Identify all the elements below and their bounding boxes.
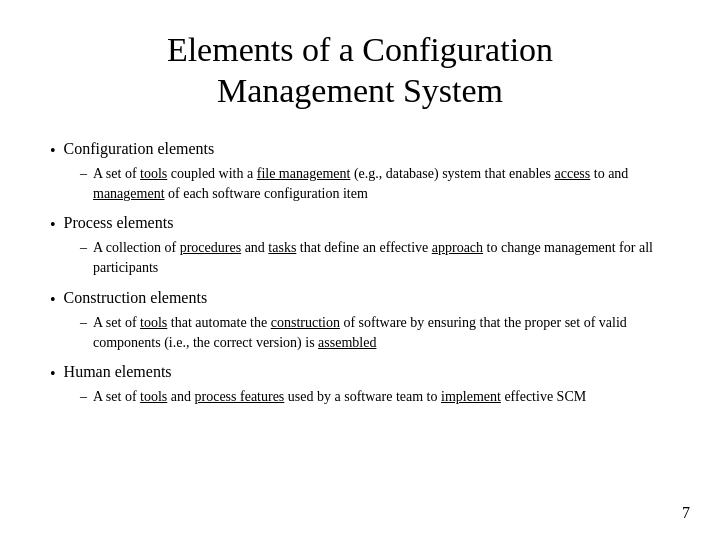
slide-container: Elements of a Configuration Management S… [0,0,720,540]
bullet-dot-1: • [50,142,56,160]
dash-4: – [80,387,87,407]
title-line2: Management System [217,72,503,109]
sub-text-1: A set of tools coupled with a file manag… [93,164,670,205]
sub-item-4: – A set of tools and process features us… [50,387,670,407]
slide-title: Elements of a Configuration Management S… [50,30,670,112]
dash-1: – [80,164,87,184]
bullet-label-2: Process elements [64,214,174,232]
bullet-header-1: • Configuration elements [50,140,670,160]
title-line1: Elements of a Configuration [167,31,553,68]
sub-text-3: A set of tools that automate the constru… [93,313,670,354]
dash-2: – [80,238,87,258]
bullet-label-1: Configuration elements [64,140,215,158]
sub-item-2: – A collection of procedures and tasks t… [50,238,670,279]
bullet-item-2: • Process elements – A collection of pro… [50,214,670,279]
sub-item-3: – A set of tools that automate the const… [50,313,670,354]
bullet-dot-3: • [50,291,56,309]
bullet-header-2: • Process elements [50,214,670,234]
bullet-header-4: • Human elements [50,363,670,383]
bullet-label-4: Human elements [64,363,172,381]
sub-item-1: – A set of tools coupled with a file man… [50,164,670,205]
bullet-item-3: • Construction elements – A set of tools… [50,289,670,354]
sub-text-4: A set of tools and process features used… [93,387,670,407]
bullet-header-3: • Construction elements [50,289,670,309]
bullet-dot-4: • [50,365,56,383]
bullet-item-4: • Human elements – A set of tools and pr… [50,363,670,407]
bullet-item-1: • Configuration elements – A set of tool… [50,140,670,205]
dash-3: – [80,313,87,333]
bullet-dot-2: • [50,216,56,234]
title-section: Elements of a Configuration Management S… [50,30,670,112]
page-number: 7 [682,504,690,522]
bullet-label-3: Construction elements [64,289,208,307]
content-section: • Configuration elements – A set of tool… [50,140,670,510]
sub-text-2: A collection of procedures and tasks tha… [93,238,670,279]
